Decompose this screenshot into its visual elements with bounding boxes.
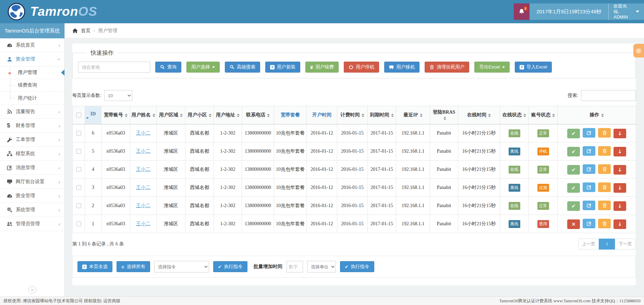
column-header-开户时间[interactable]: 开户时间 <box>307 106 337 124</box>
row-checkbox[interactable] <box>76 185 81 190</box>
edit-button[interactable] <box>583 128 595 138</box>
column-header-登陆BRAS[interactable]: 登陆BRAS <box>430 106 458 124</box>
column-header-在线状态[interactable]: 在线状态 <box>500 106 529 124</box>
user-name-link[interactable]: 王小二 <box>136 185 150 190</box>
brand-logo[interactable]: TamronOS <box>0 3 97 21</box>
sidebar-item-财务管理[interactable]: $财务管理‹ <box>0 119 64 133</box>
quick-button-用户新装[interactable]: +用户新装 <box>265 62 300 73</box>
edit-button[interactable] <box>583 182 595 192</box>
column-header-在线时间[interactable]: 在线时间 <box>458 106 500 124</box>
download-button[interactable]: ↓ <box>613 165 626 175</box>
edit-button[interactable] <box>583 164 595 174</box>
row-checkbox[interactable] <box>76 131 81 136</box>
sidebar-subitem-用户统计[interactable]: 用户统计 <box>0 92 64 104</box>
quick-button-导入Excel[interactable]: +导入Excel <box>515 62 552 73</box>
quick-button-导出Excel[interactable]: 导出Excel <box>474 62 510 73</box>
row-checkbox[interactable] <box>76 221 81 226</box>
sidebar-subitem-label: 用户统计 <box>18 95 37 101</box>
delete-button[interactable] <box>598 164 611 174</box>
user-menu[interactable]: 欢迎光临, ADMIN <box>608 3 644 20</box>
quick-button-用户停机[interactable]: 用户停机 <box>344 62 379 73</box>
quick-button-高级搜索[interactable]: 高级搜索 <box>225 62 260 73</box>
sidebar-collapse-button[interactable]: « <box>28 286 36 294</box>
column-header-到期时间[interactable]: 到期时间 <box>368 106 396 124</box>
sidebar-item-系统首页[interactable]: 系统首页‹ <box>0 38 64 52</box>
delete-button[interactable] <box>598 128 611 138</box>
delete-button[interactable] <box>598 146 611 156</box>
user-name-link[interactable]: 王小二 <box>136 149 150 154</box>
sidebar-item-管理员管理[interactable]: 管理员管理‹ <box>0 217 64 231</box>
sidebar-item-流量报告[interactable]: 流量报告‹ <box>0 105 64 119</box>
execute-command-button[interactable]: ✔ 执行指令 <box>213 261 247 272</box>
approve-button[interactable]: ✔ <box>567 165 580 175</box>
notifications-button[interactable]: 8 <box>514 3 530 20</box>
sidebar-subitem-用户管理[interactable]: »用户管理 <box>0 66 64 79</box>
approve-button[interactable]: ✔ <box>567 201 580 211</box>
row-checkbox[interactable] <box>76 167 81 172</box>
column-header-用户区域[interactable]: 用户区域 <box>157 106 185 124</box>
download-button[interactable]: ↓ <box>613 147 626 156</box>
delete-button[interactable] <box>598 182 611 192</box>
execute-batch-button[interactable]: ✔ 执行指令 <box>340 261 374 272</box>
quick-search-input[interactable] <box>78 62 150 73</box>
select-all-button[interactable]: ≡ 选择所有 <box>117 261 150 272</box>
column-header-用户地址[interactable]: 用户地址 <box>214 106 242 124</box>
sidebar-item-消息管理[interactable]: 消息管理‹ <box>0 161 64 175</box>
quick-button-用户选择[interactable]: 用户选择 <box>186 62 220 73</box>
breadcrumb-home[interactable]: 首页 <box>81 28 90 34</box>
column-header-账号状态[interactable]: 账号状态 <box>529 106 558 124</box>
quick-button-用户续费[interactable]: ¥用户续费 <box>305 62 339 73</box>
user-name-link[interactable]: 王小二 <box>136 167 150 172</box>
sidebar-item-系统管理[interactable]: 系统管理‹ <box>0 203 64 217</box>
quick-button-查询[interactable]: 查询 <box>155 62 181 73</box>
sidebar-item-网厅前台设置[interactable]: 网厅前台设置‹ <box>0 175 64 189</box>
unit-select[interactable]: 选择单位 <box>307 261 336 272</box>
approve-button[interactable]: ✔ <box>567 183 580 193</box>
sidebar-subitem-续费查询[interactable]: 续费查询 <box>0 79 64 92</box>
row-checkbox[interactable] <box>76 203 81 208</box>
per-page-select[interactable]: 10 <box>104 90 132 101</box>
cell-community: 西城名都 <box>185 124 214 142</box>
column-header-操作[interactable]: 操作 <box>558 106 636 124</box>
disable-button[interactable]: × <box>567 219 580 229</box>
download-button[interactable]: ↓ <box>613 183 626 193</box>
prev-page-button[interactable]: 上一页 <box>578 239 599 250</box>
edit-button[interactable] <box>583 201 595 210</box>
sidebar-item-营业管理[interactable]: 营业管理‹ <box>0 52 64 66</box>
column-header-用户小区[interactable]: 用户小区 <box>185 106 214 124</box>
user-name-link[interactable]: 王小二 <box>136 130 150 136</box>
column-header-宽带套餐[interactable]: 宽带套餐 <box>274 106 307 124</box>
download-button[interactable]: ↓ <box>613 201 626 211</box>
page-number-button[interactable]: 1 <box>599 239 615 250</box>
delete-button[interactable] <box>598 219 611 228</box>
column-header-最近IP[interactable]: 最近IP <box>396 106 430 124</box>
sidebar-item-模型系统[interactable]: 模型系统‹ <box>0 147 64 161</box>
cell-online-time: 16小时21分15秒 <box>458 142 500 161</box>
column-header-ID[interactable]: ID <box>85 106 101 124</box>
command-select[interactable]: 选择指令 <box>154 261 209 272</box>
sidebar-item-工单管理[interactable]: 工单管理‹ <box>0 133 64 147</box>
column-header-用户姓名[interactable]: 用户姓名 <box>130 106 157 124</box>
sidebar-item-营业管理[interactable]: 营业管理‹ <box>0 189 64 203</box>
select-page-button[interactable]: ✔ 本页全选 <box>77 261 112 272</box>
column-header-宽带账号[interactable]: 宽带账号 <box>101 106 130 124</box>
edit-button[interactable] <box>583 219 595 228</box>
quick-button-清理挂死用户[interactable]: 清理挂死用户 <box>425 62 469 73</box>
approve-button[interactable]: ✔ <box>567 147 580 156</box>
delete-button[interactable] <box>598 201 611 210</box>
user-name-link[interactable]: 王小二 <box>136 221 150 226</box>
quick-button-用户移机[interactable]: 用户移机 <box>384 62 420 73</box>
edit-button[interactable] <box>583 146 595 156</box>
column-header-联系电话[interactable]: 联系电话 <box>242 106 274 124</box>
select-all-checkbox[interactable] <box>76 113 81 117</box>
approve-button[interactable]: ✔ <box>567 129 580 138</box>
column-header-计费时间[interactable]: 计费时间 <box>337 106 368 124</box>
row-checkbox[interactable] <box>76 149 81 154</box>
download-button[interactable]: ↓ <box>613 219 626 229</box>
settings-tab-button[interactable] <box>633 44 644 58</box>
table-search-input[interactable] <box>581 90 636 101</box>
batch-number-input[interactable] <box>287 261 303 272</box>
next-page-button[interactable]: 下一页 <box>615 239 636 250</box>
download-button[interactable]: ↓ <box>613 129 626 138</box>
user-name-link[interactable]: 王小二 <box>136 203 150 208</box>
